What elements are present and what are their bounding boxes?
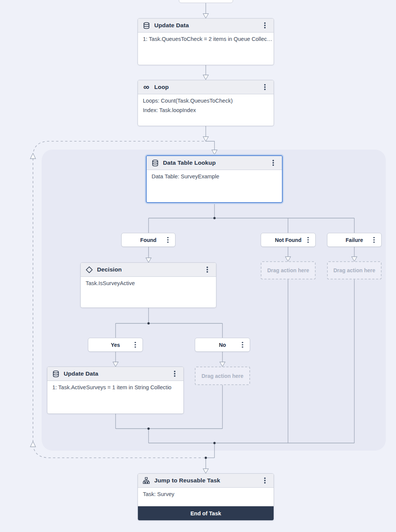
branch-label-no[interactable]: No [195,338,250,352]
kebab-menu-icon[interactable] [238,340,247,349]
node-title: Loop [154,84,169,90]
database-icon [151,159,159,167]
infinity-icon: ∞ [142,83,150,91]
node-header: Data Table Lookup [147,156,282,170]
node-header: Decision [81,263,216,277]
branch-label-text: Not Found [275,237,302,243]
dropzone-failure[interactable]: Drag action here [327,261,382,279]
loop-index-text: Index: Task.loopIndex [143,107,269,113]
dropzone-label: Drag action here [333,267,375,273]
kebab-menu-icon[interactable] [261,83,269,92]
action-node-jump-to-reusable-task[interactable]: Jump to Reusable Task Task: Survey End o… [138,473,274,521]
workflow-canvas: Update Data 1: Task.QueuesToCheck = 2 it… [0,0,396,532]
branch-label-not-found[interactable]: Not Found [261,233,316,247]
end-of-task-label: End of Task [190,510,221,516]
node-header: Jump to Reusable Task [138,474,274,488]
kebab-menu-icon[interactable] [261,476,269,485]
dropzone-label: Drag action here [267,267,309,273]
node-body-text: 1: Task.ActiveSurveys = 1 item in String… [52,384,178,390]
database-icon [142,22,150,29]
node-body: Task: Survey [138,488,274,506]
node-body: 1: Task.ActiveSurveys = 1 item in String… [47,381,183,413]
database-icon [52,370,59,378]
end-of-task-bar: End of Task [138,506,274,520]
node-body: 1: Task.QueuesToCheck = 2 items in Queue… [138,33,274,65]
node-title: Update Data [154,22,189,29]
action-node-loop[interactable]: ∞ Loop Loops: Count(Task.QueuesToCheck) … [138,80,274,126]
node-body: Task.IsSurveyActive [81,277,216,307]
node-header: ∞ Loop [138,80,274,94]
node-body-text: Task: Survey [143,491,269,497]
branch-label-text: Failure [346,237,363,243]
dropzone-not-found[interactable]: Drag action here [261,261,316,279]
kebab-menu-icon[interactable] [171,369,179,378]
action-node-data-table-lookup[interactable]: Data Table Lookup Data Table: SurveyExam… [146,155,283,203]
loop-loops-text: Loops: Count(Task.QueuesToCheck) [143,98,269,104]
node-body-text: Data Table: SurveyExample [152,173,277,179]
node-body: Loops: Count(Task.QueuesToCheck) Index: … [138,94,274,126]
branch-label-found[interactable]: Found [121,233,175,247]
branch-label-failure[interactable]: Failure [327,233,382,247]
previous-node-partial[interactable] [179,0,233,3]
action-node-update-data-2[interactable]: Update Data 1: Task.ActiveSurveys = 1 it… [47,367,184,414]
branch-label-text: Yes [111,342,120,348]
branch-label-text: No [219,342,226,348]
node-title: Data Table Lookup [163,159,216,166]
node-title: Jump to Reusable Task [154,477,220,484]
dropzone-label: Drag action here [202,373,243,379]
node-body-text: Task.IsSurveyActive [86,280,211,286]
branch-label-yes[interactable]: Yes [88,338,143,352]
action-node-update-data-1[interactable]: Update Data 1: Task.QueuesToCheck = 2 it… [138,18,274,65]
node-body: Data Table: SurveyExample [147,170,282,202]
node-body-text: 1: Task.QueuesToCheck = 2 items in Queue… [143,36,269,42]
kebab-menu-icon[interactable] [269,158,277,167]
kebab-menu-icon[interactable] [304,236,312,245]
node-header: Update Data [47,367,183,381]
action-node-decision[interactable]: Decision Task.IsSurveyActive [80,262,216,308]
kebab-menu-icon[interactable] [203,265,211,274]
node-title: Decision [97,266,122,273]
sitemap-icon [142,477,150,484]
kebab-menu-icon[interactable] [261,21,269,30]
diamond-icon [85,266,93,273]
dropzone-no[interactable]: Drag action here [195,367,250,385]
kebab-menu-icon[interactable] [164,236,172,245]
kebab-menu-icon[interactable] [131,340,139,349]
kebab-menu-icon[interactable] [370,236,378,245]
node-title: Update Data [64,370,99,377]
node-header: Update Data [138,19,274,33]
branch-label-text: Found [140,237,157,243]
